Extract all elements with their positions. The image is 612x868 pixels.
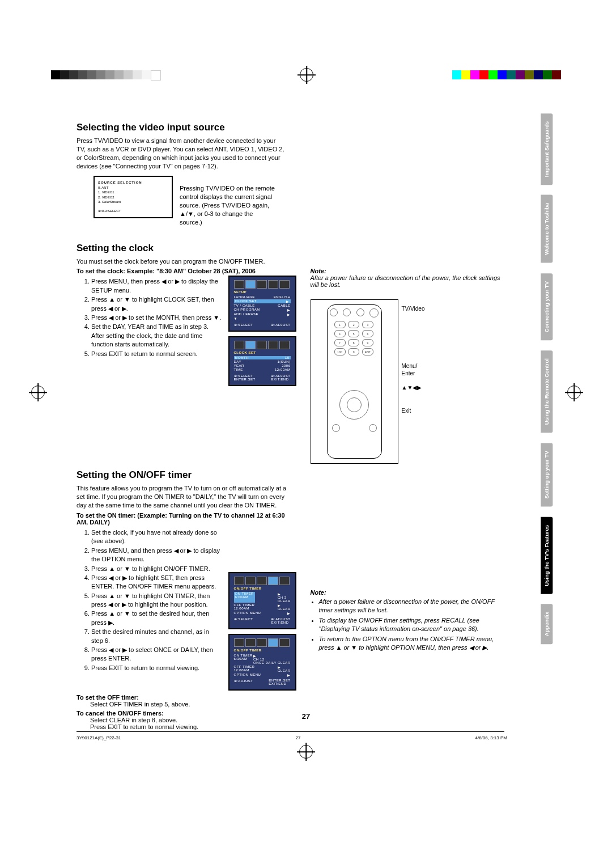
list-item: Press ◀ or ▶ to set the MONTH, then pres… <box>91 314 223 322</box>
clock-steps: Press MENU, then press ◀ or ▶ to display… <box>76 277 223 382</box>
page-number: 27 <box>302 712 310 721</box>
color-bar <box>452 70 561 79</box>
heading-video-input: Selecting the video input source <box>76 122 502 133</box>
list-item: Press MENU, and then press ◀ or ▶ to dis… <box>91 547 223 564</box>
note-heading: Note: <box>311 268 502 274</box>
num-4: 4 <box>334 330 346 337</box>
osd-clock-set: CLOCK SET MONTH10 DAY1(SUN) YEAR2006 TIM… <box>228 336 296 386</box>
list-item: Press ▲ or ▼ to set the desired hour, th… <box>91 609 223 627</box>
enter-button <box>347 397 362 412</box>
footer: 3Y90121A(E)_P22-31 27 4/6/06, 3:13 PM <box>76 735 507 740</box>
osd-item: 1. VIDEO1 <box>98 190 168 194</box>
footer-file: 3Y90121A(E)_P22-31 <box>76 735 121 740</box>
tab-appendix: Appendix <box>541 604 552 644</box>
osd-timer-2: ON/OFF TIMER ON TIMER 6:30AM▶ CH 12 ONCE… <box>228 634 296 691</box>
timer-notes: After a power failure or disconnection o… <box>311 598 502 651</box>
off-timer-heading: To set the OFF timer: <box>76 694 296 701</box>
osd-setup-menu: SETUP LANGUAGEENGLISH CLOCK SET▶ TV / CA… <box>228 276 296 332</box>
osd-item: 3. ColorStream <box>98 200 168 204</box>
registration-mark-icon <box>31 386 45 399</box>
crop-marks-top <box>0 68 612 82</box>
remote-label: ▲▼◀▶ <box>402 384 425 391</box>
timer-example-heading: To set the ON timer: (Example: Turning o… <box>76 512 296 526</box>
tv-video-button <box>330 308 338 316</box>
off-timer-body: Select OFF TIMER in step 5, above. <box>90 701 296 708</box>
heading-clock: Setting the clock <box>76 243 502 254</box>
recall-button <box>343 308 351 316</box>
timer-steps: Set the clock, if you have not already d… <box>76 528 223 686</box>
list-item: Press MENU, then press ◀ or ▶ to display… <box>91 277 223 295</box>
cancel-timer-heading: To cancel the ON/OFF timers: <box>76 710 296 717</box>
osd-title: SOURCE SELECTION <box>98 180 168 185</box>
num-6: 6 <box>362 330 373 337</box>
tab-setting-up: Setting up your TV <box>541 443 552 506</box>
tab-welcome: Welcome to Toshiba <box>541 195 552 263</box>
list-item: Press ◀ or ▶ to highlight SET, then pres… <box>91 574 223 591</box>
osd-menu-title: CLOCK SET <box>234 351 291 354</box>
osd-item: 0. ANT <box>98 185 168 190</box>
list-item: Set the desired minutes and channel, as … <box>91 628 223 645</box>
ent-button: ENT <box>362 348 373 355</box>
osd-item: 2. VIDEO2 <box>98 195 168 200</box>
tab-remote: Using the Remote Control <box>541 350 552 433</box>
list-item: Press ▲ or ▼ to highlight ON/OFF TIMER. <box>91 565 223 573</box>
num-9: 9 <box>362 339 373 346</box>
tab-connecting: Connecting your TV <box>541 273 552 340</box>
num-100: 100 <box>334 348 346 355</box>
list-item: Press ▲ or ▼ to highlight ON TIMER, then… <box>91 592 223 609</box>
tab-using-tv: Using the TV's Features <box>541 517 552 594</box>
note-body: After a power failure or disconnection o… <box>311 274 502 288</box>
dpad <box>339 390 369 420</box>
osd-timer-1: ON/OFF TIMER ON TIMER 6:00AM▶ CH 3 CLEAR… <box>228 572 296 629</box>
num-2: 2 <box>348 321 359 328</box>
cancel-timer-body1: Select CLEAR in step 8, above. <box>90 717 296 723</box>
num-5: 5 <box>348 330 359 337</box>
grayscale-bar <box>51 70 161 79</box>
num-8: 8 <box>348 339 359 346</box>
list-item: Set the clock, if you have not already d… <box>91 528 223 546</box>
body-clock: You must set the clock before you can pr… <box>76 257 502 266</box>
registration-mark-icon <box>299 745 313 759</box>
num-0: 0 <box>348 348 359 355</box>
footer-page: 27 <box>295 735 300 740</box>
power-button <box>369 308 379 317</box>
body-timer: This feature allows you to program the T… <box>76 484 296 510</box>
remote-control-diagram: 1 2 3 4 5 6 7 8 9 100 0 <box>311 299 398 464</box>
exit-button <box>369 424 377 432</box>
list-item: Press ▲ or ▼ to highlight CLOCK SET, the… <box>91 295 223 313</box>
list-item: Press EXIT to return to normal viewing. <box>91 664 223 672</box>
list-item: To return to the OPTION menu from the ON… <box>319 635 502 652</box>
osd-menu-title: SETUP <box>234 290 291 294</box>
footer-datetime: 4/6/06, 3:13 PM <box>475 735 507 740</box>
clock-example-heading: To set the clock: Example: "8:30 AM" Oct… <box>76 268 296 274</box>
heading-timer: Setting the ON/OFF timer <box>76 469 502 481</box>
list-item: Press EXIT to return to normal screen. <box>91 350 223 358</box>
list-item: Set the DAY, YEAR and TIME as in step 3.… <box>91 323 223 349</box>
body-video-input: Press TV/VIDEO to view a signal from ano… <box>76 137 286 170</box>
num-1: 1 <box>334 321 346 328</box>
mute-button <box>356 308 364 316</box>
cancel-timer-body2: Press EXIT to return to normal viewing. <box>90 723 296 730</box>
tip-video-input: Pressing TV/VIDEO on the remote control … <box>180 184 276 226</box>
section-tabs: Important Safeguards Welcome to Toshiba … <box>541 113 552 645</box>
remote-label: Exit <box>402 407 425 414</box>
list-item: To display the ON/OFF timer settings, pr… <box>319 616 502 633</box>
note-heading: Note: <box>311 589 502 596</box>
num-3: 3 <box>362 321 373 328</box>
tab-safeguards: Important Safeguards <box>541 113 552 185</box>
enter-small-button <box>332 424 340 432</box>
footer-rule <box>76 731 504 732</box>
osd-hint: ⊕/0-3:SELECT <box>98 209 168 213</box>
registration-mark-icon <box>300 68 313 82</box>
num-7: 7 <box>334 339 346 346</box>
remote-label: Menu/ Enter <box>402 362 425 377</box>
list-item: Press ◀ or ▶ to select ONCE or DAILY, th… <box>91 646 223 663</box>
list-item: After a power failure or disconnection o… <box>319 598 502 615</box>
remote-label: TV/Video <box>402 305 425 312</box>
osd-source-selection: SOURCE SELECTION 0. ANT 1. VIDEO1 2. VID… <box>94 176 173 218</box>
registration-mark-icon <box>567 386 581 399</box>
